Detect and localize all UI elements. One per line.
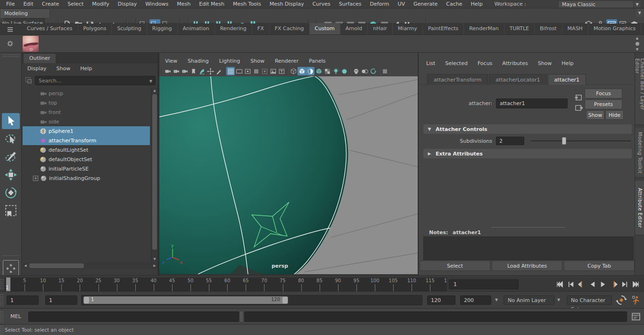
step-back-key-button[interactable] [565,278,576,290]
move-tool[interactable] [2,167,20,183]
focus-button[interactable]: Focus [585,89,622,98]
outliner-horizontal-scrollbar[interactable]: ◀▶ [23,262,157,269]
chevron-down-icon[interactable]: ▼ [495,298,498,302]
menu-mesh[interactable]: Mesh [173,0,195,8]
go-to-end-button[interactable] [630,278,641,290]
gamma-icon[interactable] [380,67,389,75]
subdivisions-slider[interactable] [531,140,631,141]
anim-layer-dropdown[interactable]: No Anim Layer [504,295,554,305]
output-connection-icon[interactable] [574,105,583,111]
grease-pencil-icon[interactable] [215,67,223,75]
arrow-left-icon[interactable]: ◀ [23,262,28,269]
outliner-item-pSphere1[interactable]: pSphere1 [23,126,150,136]
subdivisions-field[interactable]: 2 [496,137,524,145]
shaded-icon[interactable] [297,67,306,75]
scrollbar-thumb[interactable] [152,94,157,250]
search-input[interactable]: Search...▼ [35,76,156,85]
outliner-menu-help[interactable]: Help [80,64,97,74]
command-input[interactable] [28,311,239,322]
load-attributes-button[interactable]: Load Attributes [492,261,562,271]
slider-handle[interactable] [562,137,566,145]
image-plane-icon[interactable] [198,67,206,75]
shelf-tab-custom[interactable]: Custom [310,23,340,34]
lock-camera-icon[interactable] [172,67,181,75]
chevron-down-icon[interactable]: ▼ [557,298,560,302]
shelf-tab-painteffects[interactable]: PaintEffects [423,23,464,34]
menu-set-dropdown[interactable]: Modeling▼ [0,8,50,18]
menu-deform[interactable]: Deform [365,0,393,8]
2d-pan-zoom-icon[interactable] [206,67,215,75]
layout-single-pane-button[interactable] [3,260,19,276]
filter-icon[interactable] [25,76,33,84]
range-start-handle[interactable] [84,297,89,303]
select-camera-icon[interactable] [164,67,172,75]
shelf-tab-bifrost[interactable]: Bifrost [535,23,562,34]
ae-menu-list[interactable]: List [426,59,435,68]
shelf-tab-arnold[interactable]: Arnold [340,23,368,34]
menu-edit[interactable]: Edit [19,0,37,8]
play-backwards-button[interactable] [587,278,598,290]
menu-windows[interactable]: Windows [141,0,173,8]
right-tab-attribute-editor[interactable]: Attribute Editor [635,181,644,236]
shelf-menu-icon[interactable] [6,26,15,33]
xray-joints-icon[interactable] [360,67,369,75]
menu-select[interactable]: Select [63,0,88,8]
shelf-tab-fx[interactable]: FX [252,23,270,34]
character-set-menu-icon[interactable] [630,294,641,306]
ae-tab-attacherLocator1[interactable]: attacherLocator1 [489,74,546,85]
copy-tab-button[interactable]: Copy Tab [564,261,635,271]
drag-handle[interactable] [0,9,4,23]
arrow-up-icon[interactable]: ▲ [636,36,638,40]
viewport-menu-renderer[interactable]: Renderer [275,57,298,65]
auto-keyframe-icon[interactable] [616,294,627,306]
field-chart-icon[interactable] [260,67,269,75]
outliner-item-initialShadingGroup[interactable]: +initialShadingGroup [23,173,150,183]
shelf-tab-turtle[interactable]: TURTLE [504,23,535,34]
shelf-scroll-dot[interactable] [636,42,639,46]
shelf-tab-miarmy[interactable]: Miarmy [393,23,423,34]
select-button[interactable]: Select [420,261,490,271]
motion-blur-icon[interactable] [340,67,348,75]
menu-create[interactable]: Create [38,0,64,8]
show-button[interactable]: Show [586,110,604,120]
go-to-start-button[interactable] [554,278,565,290]
arrow-down-icon[interactable]: ▼ [636,48,638,51]
playback-start-field[interactable]: 1 [45,295,77,305]
use-all-lights-icon[interactable] [314,67,323,75]
outliner-item-defaultLightSet[interactable]: defaultLightSet [23,145,150,155]
ae-tab-attacher1[interactable]: attacher1 [548,74,586,85]
range-slider-bar[interactable]: 1 120 [83,296,288,304]
step-forward-frame-button[interactable] [609,278,619,290]
shelf-tab-sculpting[interactable]: Sculpting [112,23,147,34]
scale-tool[interactable] [2,203,20,219]
expand-icon[interactable]: + [33,176,38,181]
arrow-up-icon[interactable]: ▲ [151,88,158,93]
character-set-dropdown[interactable]: No Character Set [567,295,612,305]
section-extra-attributes[interactable]: ▶Extra Attributes [423,149,632,158]
rotate-tool[interactable] [2,185,20,201]
animation-end-field[interactable]: 200 [460,295,491,305]
ae-tab-attacherTransform[interactable]: attacherTransform [427,74,488,85]
outliner-item-attacherTransform[interactable]: attacherTransform [23,136,150,145]
arrow-down-icon[interactable]: ▼ [151,256,158,262]
shelf-tab-fx-caching[interactable]: FX Caching [270,23,310,34]
playback-end-field[interactable]: 120 [427,295,455,305]
shelf-tab-rendering[interactable]: Rendering [215,23,252,34]
drag-handle[interactable] [0,278,4,290]
shelf-tab-nhair[interactable]: nHair [368,23,393,34]
exposure-icon[interactable] [369,67,377,75]
step-forward-key-button[interactable] [619,278,630,290]
outliner-item-initialParticleSE[interactable]: initialParticleSE [23,164,150,173]
menu-modify[interactable]: Modify [88,0,113,8]
menu-mesh-display[interactable]: Mesh Display [265,0,308,8]
command-language-toggle[interactable]: MEL [10,313,21,319]
outliner-item-top[interactable]: top [23,98,150,107]
select-tool[interactable] [2,113,20,129]
ae-menu-show[interactable]: Show [538,59,552,68]
shelf-tab-rigging[interactable]: Rigging [147,23,178,34]
play-forwards-button[interactable] [598,278,609,290]
screen-space-ao-icon[interactable] [331,67,340,75]
gate-mask-icon[interactable] [252,67,260,75]
outliner-item-front[interactable]: front [23,107,150,117]
ae-menu-attributes[interactable]: Attributes [502,59,528,68]
